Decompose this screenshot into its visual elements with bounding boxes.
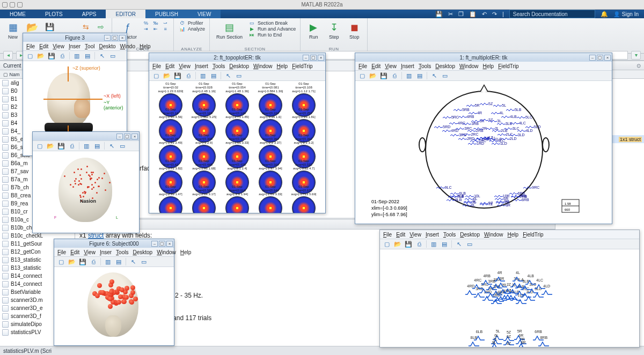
electrode-plot[interactable]: 4RD bbox=[465, 284, 476, 291]
figure-canvas[interactable] bbox=[54, 267, 174, 345]
print-icon[interactable]: ⎙ bbox=[184, 71, 193, 80]
electrode-label[interactable]: 10L bbox=[465, 194, 480, 199]
figure-menubar[interactable]: FileEditViewInsertToolsDesktopWindowHelp… bbox=[149, 62, 325, 70]
panel-menu-icon[interactable]: ⊙ bbox=[636, 63, 641, 69]
figure-canvas[interactable]: Nasion F L bbox=[33, 151, 139, 233]
max-icon[interactable]: ▢ bbox=[310, 55, 317, 61]
win-btn[interactable] bbox=[10, 2, 15, 8]
new-fig-icon[interactable]: ▢ bbox=[357, 71, 367, 80]
print-icon[interactable]: ⎙ bbox=[89, 257, 98, 266]
profiler-button[interactable]: ⏱Profiler bbox=[178, 20, 205, 26]
save-icon[interactable]: 💾 bbox=[379, 71, 389, 80]
figure-toolbar[interactable]: ▢ 📂 💾 ⎙ ▥ ▤ ↖ ▭ bbox=[23, 50, 127, 61]
paste-icon[interactable]: 📋 bbox=[469, 11, 477, 18]
save-icon[interactable]: 💾 bbox=[435, 11, 443, 18]
menu-item[interactable]: View bbox=[385, 63, 397, 69]
step-button[interactable]: ↧Step bbox=[325, 20, 342, 41]
figure-toolbar[interactable]: ▢ 📂 💾 ⎙ ▥ ▤ ↖ ▭ bbox=[33, 140, 139, 151]
menu-item[interactable]: View bbox=[409, 232, 421, 238]
menu-item[interactable]: Desktop bbox=[460, 232, 480, 238]
topo-cell[interactable]: 01-Septime=[0.56avg=[-2.39 1.47] bbox=[158, 185, 184, 213]
close-icon[interactable]: × bbox=[166, 241, 173, 247]
menu-item[interactable]: Inser bbox=[100, 249, 112, 255]
menu-item[interactable]: Window bbox=[484, 232, 503, 238]
electrode-label[interactable]: 4R bbox=[469, 111, 482, 116]
menu-item[interactable]: Help bbox=[140, 43, 151, 49]
max-icon[interactable]: ▢ bbox=[597, 55, 603, 61]
menu-item[interactable]: Window bbox=[253, 63, 273, 69]
electrode-plot[interactable]: 6Z bbox=[503, 335, 514, 341]
find-files-icon[interactable]: ⇆ bbox=[79, 20, 92, 33]
insert-colorbar-icon[interactable]: ▤ bbox=[83, 51, 92, 60]
pointer-icon[interactable]: ↖ bbox=[223, 71, 233, 80]
electrode-label[interactable]: 5RD bbox=[434, 125, 450, 130]
menu-item[interactable]: File bbox=[358, 63, 367, 69]
figure-window-6[interactable]: Figure 6: Subject000 –▢× FileEditViewIns… bbox=[54, 239, 174, 346]
figure-toolbar[interactable]: ▢ 📂 💾 ⎙ ▥ ▤ ↖ ▭ bbox=[380, 239, 639, 249]
figure-menubar[interactable]: FileEditViewInserToolsDesktopWindowHelp bbox=[54, 248, 174, 256]
stop-button[interactable]: ◼Stop bbox=[346, 20, 363, 41]
print-icon[interactable]: ⎙ bbox=[57, 51, 67, 60]
cut-icon[interactable]: ✂ bbox=[448, 11, 453, 18]
insert-colorbar-icon[interactable]: ▤ bbox=[114, 257, 123, 266]
electrode-label[interactable]: 4LB bbox=[501, 115, 516, 120]
figure-toolbar[interactable]: ▢ 📂 💾 ⎙ ▥ ▤ ↖ ▭ bbox=[149, 70, 325, 81]
open-icon[interactable]: 📂 bbox=[46, 142, 55, 150]
topo-cell[interactable]: 01-Septime=[0.644avg=[-1.09 3.33] bbox=[258, 185, 283, 213]
menu-item[interactable]: Windo bbox=[120, 43, 135, 49]
menu-item[interactable]: Tool bbox=[85, 43, 94, 49]
menu-item[interactable]: Edit bbox=[165, 63, 174, 69]
min-icon[interactable]: – bbox=[116, 134, 123, 139]
back-button[interactable]: ◂ bbox=[3, 51, 13, 60]
close-icon[interactable]: × bbox=[131, 134, 138, 139]
figure-toolbar[interactable]: ▢ 📂 💾 ⎙ ▥ ▤ ↖ ▭ bbox=[54, 256, 174, 267]
electrode-label[interactable]: 4LC bbox=[510, 121, 526, 126]
signin-button[interactable]: 👤Sign In bbox=[613, 11, 639, 17]
electrode-label[interactable]: 8R bbox=[497, 203, 510, 208]
menu-item[interactable]: Help bbox=[180, 249, 192, 255]
run-section-button[interactable]: ▤Run Section bbox=[214, 20, 245, 41]
figure-canvas[interactable]: 01-Sep-2022 xlim=[-0.3 0.699] ylim=[-5.6… bbox=[355, 81, 612, 224]
open-icon[interactable]: 📂 bbox=[368, 71, 378, 80]
figure-menubar[interactable]: FileEditViewInserToolDesktoWindoHelp bbox=[23, 42, 127, 50]
electrode-plot[interactable]: 8LB bbox=[469, 336, 479, 342]
print-icon[interactable]: ⎙ bbox=[67, 142, 77, 150]
edit-icon[interactable]: ▭ bbox=[234, 71, 244, 80]
menu-item[interactable]: FieldTrip bbox=[523, 232, 544, 238]
copy-icon[interactable]: ❐ bbox=[458, 11, 464, 18]
electrode-label[interactable]: 9RB bbox=[511, 194, 527, 199]
pointer-icon[interactable]: ↖ bbox=[454, 240, 464, 248]
insert-colorbar-icon[interactable]: ▤ bbox=[440, 240, 449, 248]
min-icon[interactable]: – bbox=[303, 55, 309, 61]
tab-home[interactable]: HOME bbox=[0, 10, 35, 18]
goto-icon[interactable]: ⇨ bbox=[94, 20, 107, 33]
electrode-label[interactable]: 9R bbox=[496, 199, 509, 204]
tab-apps[interactable]: APPS bbox=[72, 10, 106, 18]
electrode-plot[interactable]: 4R bbox=[494, 271, 505, 277]
print-icon[interactable]: ⎙ bbox=[414, 240, 424, 248]
linkplot-icon[interactable]: ▥ bbox=[72, 51, 82, 60]
pointer-icon[interactable]: ↖ bbox=[97, 51, 107, 60]
menu-item[interactable]: Help bbox=[508, 232, 519, 238]
menu-item[interactable]: Insert bbox=[426, 232, 439, 238]
linkplot-icon[interactable]: ▥ bbox=[429, 240, 438, 248]
close-icon[interactable]: × bbox=[604, 55, 611, 61]
menu-item[interactable]: Insert bbox=[401, 63, 414, 69]
win-btn[interactable] bbox=[2, 2, 8, 8]
doc-search[interactable]: Search Documentation bbox=[509, 10, 595, 18]
topo-cell[interactable]: 01-Septime=[0.588avg=[-2.04 3.17] bbox=[191, 185, 217, 213]
new-button[interactable]: ▦New bbox=[4, 20, 21, 41]
electrode-plot[interactable]: 4L bbox=[513, 271, 523, 277]
electrode-label[interactable]: 3LB bbox=[497, 122, 512, 127]
new-fig-icon[interactable]: ▢ bbox=[25, 51, 35, 60]
menu-item[interactable]: View bbox=[53, 43, 64, 49]
menu-item[interactable]: Deskto bbox=[99, 43, 115, 49]
electrode-label[interactable]: 1LD bbox=[492, 142, 507, 146]
save-icon[interactable]: 💾 bbox=[78, 257, 87, 266]
edit-icon[interactable]: ▭ bbox=[108, 51, 118, 60]
menu-item[interactable]: Desktop bbox=[133, 249, 152, 255]
figure-window-topoplot[interactable]: 2: ft_topoplotER: tlk –▢× FileEditViewIn… bbox=[149, 53, 326, 213]
menu-item[interactable]: FieldTrip bbox=[292, 63, 313, 69]
menu-item[interactable]: Window bbox=[157, 249, 176, 255]
browse-button[interactable]: ▾ bbox=[631, 51, 641, 60]
